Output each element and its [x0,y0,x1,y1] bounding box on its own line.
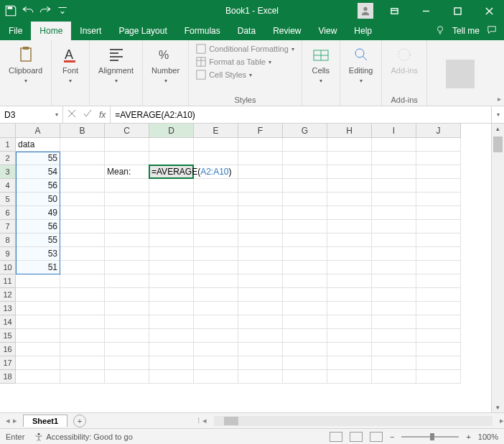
name-box[interactable]: D3▾ [0,106,63,123]
cell-H4[interactable] [327,179,372,193]
enter-formula-icon[interactable] [83,109,92,120]
cell-A18[interactable] [16,370,60,384]
cell-G18[interactable] [283,370,327,384]
cell-C14[interactable] [105,315,149,329]
cell-E10[interactable] [194,261,238,274]
zoom-level[interactable]: 100% [478,433,498,441]
cell-J11[interactable] [416,274,461,288]
hscroll-thumb[interactable] [224,417,238,425]
row-header-11[interactable]: 11 [0,274,16,288]
sheet-prev-icon[interactable]: ◂ [6,416,10,425]
comments-icon[interactable] [487,25,497,37]
cell-F6[interactable] [238,206,283,220]
cell-F3[interactable] [238,165,283,179]
row-header-5[interactable]: 5 [0,193,16,206]
cell-D14[interactable] [149,315,194,329]
cell-B12[interactable] [60,288,105,302]
cell-J10[interactable] [416,261,461,274]
cell-B6[interactable] [60,206,105,220]
cell-G7[interactable] [283,220,327,233]
cell-J3[interactable] [416,165,461,179]
cell-H15[interactable] [327,329,372,343]
cell-F1[interactable] [238,138,283,152]
cell-E9[interactable] [194,247,238,261]
user-avatar[interactable] [358,3,373,19]
cell-B13[interactable] [60,302,105,315]
row-header-8[interactable]: 8 [0,233,16,247]
cell-G12[interactable] [283,288,327,302]
font-button[interactable]: A Font▾ [57,43,83,86]
cell-D4[interactable] [149,179,194,193]
cell-G10[interactable] [283,261,327,274]
row-header-13[interactable]: 13 [0,302,16,315]
row-header-10[interactable]: 10 [0,261,16,274]
redo-icon[interactable] [39,4,52,17]
cell-C4[interactable] [105,179,149,193]
cell-F2[interactable] [238,152,283,165]
cell-G3[interactable] [283,165,327,179]
cell-A9[interactable]: 53 [16,247,60,261]
tab-help[interactable]: Help [345,22,381,40]
cell-H18[interactable] [327,370,372,384]
cell-B9[interactable] [60,247,105,261]
cell-styles-button[interactable]: Cell Styles▾ [195,69,296,80]
formula-input[interactable]: =AVERAGE(A2:A10) [110,106,491,123]
cell-B15[interactable] [60,329,105,343]
spreadsheet-grid[interactable]: ABCDEFGHIJ 123456789101112131415161718 d… [0,124,504,412]
cell-F10[interactable] [238,261,283,274]
cell-I3[interactable] [372,165,416,179]
cell-E17[interactable] [194,356,238,370]
cell-I9[interactable] [372,247,416,261]
cell-B2[interactable] [60,152,105,165]
cell-F17[interactable] [238,356,283,370]
cell-C2[interactable] [105,152,149,165]
zoom-slider[interactable] [401,436,459,438]
cell-A4[interactable]: 56 [16,179,60,193]
cell-G1[interactable] [283,138,327,152]
row-header-2[interactable]: 2 [0,152,16,165]
cell-F14[interactable] [238,315,283,329]
tab-insert[interactable]: Insert [71,22,110,40]
cell-E6[interactable] [194,206,238,220]
cell-G15[interactable] [283,329,327,343]
zoom-out-button[interactable]: − [390,433,394,441]
cell-H11[interactable] [327,274,372,288]
row-header-9[interactable]: 9 [0,247,16,261]
cell-B4[interactable] [60,179,105,193]
cell-D12[interactable] [149,288,194,302]
cancel-formula-icon[interactable] [67,109,76,120]
cell-C5[interactable] [105,193,149,206]
cell-B14[interactable] [60,315,105,329]
tab-view[interactable]: View [310,22,346,40]
cell-F16[interactable] [238,343,283,356]
tell-me-button[interactable]: Tell me [452,26,480,36]
minimize-button[interactable] [411,1,441,21]
cell-J1[interactable] [416,138,461,152]
cell-F4[interactable] [238,179,283,193]
cell-I12[interactable] [372,288,416,302]
tellme-bulb-icon[interactable] [435,25,445,37]
cell-H14[interactable] [327,315,372,329]
cell-E8[interactable] [194,233,238,247]
cell-A1[interactable]: data [16,138,60,152]
cell-G4[interactable] [283,179,327,193]
cell-J14[interactable] [416,315,461,329]
cell-A2[interactable]: 55 [16,152,60,165]
cell-E5[interactable] [194,193,238,206]
row-header-17[interactable]: 17 [0,356,16,370]
cell-H13[interactable] [327,302,372,315]
cell-F7[interactable] [238,220,283,233]
cell-J9[interactable] [416,247,461,261]
cell-I8[interactable] [372,233,416,247]
tab-file[interactable]: File [0,22,31,40]
cell-A7[interactable]: 56 [16,220,60,233]
add-sheet-button[interactable]: + [73,415,86,427]
cell-H7[interactable] [327,220,372,233]
cell-F15[interactable] [238,329,283,343]
cell-E16[interactable] [194,343,238,356]
cell-A8[interactable]: 55 [16,233,60,247]
cell-F11[interactable] [238,274,283,288]
page-break-view-button[interactable] [370,432,383,442]
page-layout-view-button[interactable] [350,432,363,442]
cell-H8[interactable] [327,233,372,247]
